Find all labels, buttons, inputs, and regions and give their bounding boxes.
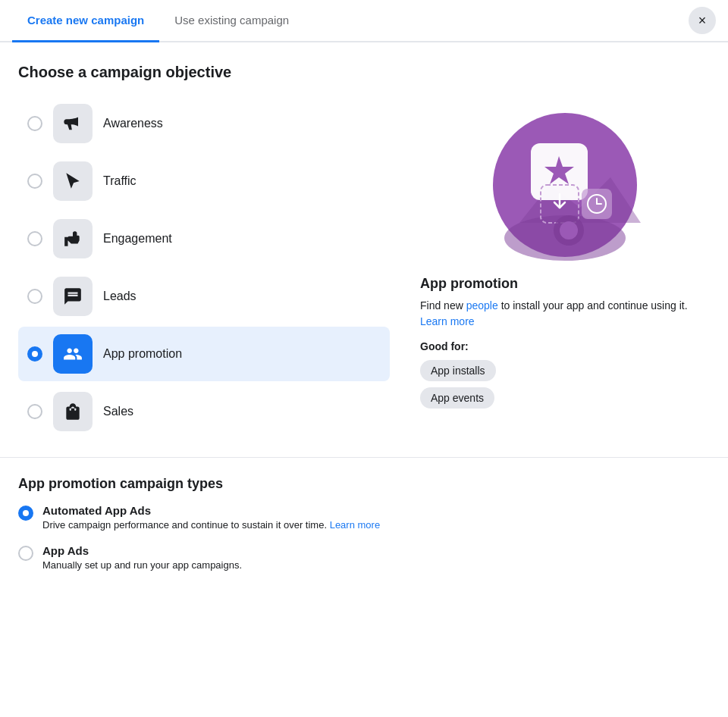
thumbsup-icon: [63, 229, 83, 249]
app-promotion-icon-box: [53, 334, 93, 374]
promo-title: App promotion: [420, 276, 710, 292]
promo-people-link[interactable]: people: [466, 299, 498, 312]
radio-traffic[interactable]: [27, 174, 42, 189]
campaign-type-app-ads[interactable]: App Ads Manually set up and run your app…: [18, 544, 710, 572]
close-button[interactable]: ×: [689, 7, 716, 34]
app-ads-desc: Manually set up and run your app campaig…: [42, 559, 242, 572]
radio-leads[interactable]: [27, 289, 42, 304]
sales-icon-box: [53, 392, 93, 431]
bottom-section: App promotion campaign types Automated A…: [0, 457, 728, 590]
tags-list: App installs App events: [420, 360, 710, 409]
objective-sales[interactable]: Sales: [18, 384, 390, 439]
automated-learn-more-link[interactable]: Learn more: [330, 519, 380, 531]
promo-desc-before: Find new: [420, 299, 466, 312]
illustration-container: [420, 109, 710, 261]
awareness-icon-box: [53, 104, 93, 143]
objective-app-promotion[interactable]: App promotion: [18, 327, 390, 381]
objective-engagement[interactable]: Engagement: [18, 211, 390, 266]
left-panel: Choose a campaign objective Awareness: [18, 64, 390, 439]
traffic-icon-box: [53, 161, 93, 201]
app-ads-name: App Ads: [42, 544, 242, 557]
section-title: Choose a campaign objective: [18, 64, 390, 81]
right-panel: App promotion Find new people to install…: [420, 64, 710, 439]
engagement-icon-box: [53, 219, 93, 258]
radio-engagement[interactable]: [27, 231, 42, 246]
automated-name: Automated App Ads: [42, 504, 380, 517]
leads-label: Leads: [103, 290, 136, 303]
awareness-label: Awareness: [103, 117, 163, 130]
learn-more-link[interactable]: Learn more: [420, 315, 475, 327]
radio-awareness[interactable]: [27, 116, 42, 131]
bottom-title: App promotion campaign types: [18, 476, 710, 492]
radio-automated[interactable]: [18, 506, 33, 521]
bag-icon: [63, 402, 83, 421]
tag-app-events: App events: [420, 387, 494, 409]
people-icon: [63, 344, 83, 364]
objective-traffic[interactable]: Traffic: [18, 154, 390, 208]
app-ads-text: App Ads Manually set up and run your app…: [42, 544, 242, 572]
automated-desc-text: Drive campaign performance and continue …: [42, 519, 327, 531]
megaphone-icon: [62, 113, 83, 134]
campaign-type-list: Automated App Ads Drive campaign perform…: [18, 504, 710, 572]
app-promotion-illustration: [489, 109, 641, 261]
automated-text: Automated App Ads Drive campaign perform…: [42, 504, 380, 532]
radio-app-ads[interactable]: [18, 546, 33, 561]
leads-icon-box: [53, 277, 93, 316]
objective-leads[interactable]: Leads: [18, 269, 390, 324]
engagement-label: Engagement: [103, 232, 172, 246]
tab-create-new[interactable]: Create new campaign: [12, 0, 159, 42]
campaign-type-automated[interactable]: Automated App Ads Drive campaign perform…: [18, 504, 710, 532]
tab-bar: Create new campaign Use existing campaig…: [0, 0, 728, 42]
objective-awareness[interactable]: Awareness: [18, 96, 390, 151]
chat-icon: [63, 286, 83, 306]
good-for-title: Good for:: [420, 340, 710, 352]
cursor-icon: [63, 171, 83, 191]
promo-description: Find new people to install your app and …: [420, 298, 710, 330]
objective-list: Awareness Traffic: [18, 96, 390, 439]
tag-app-installs: App installs: [420, 360, 496, 381]
tab-use-existing[interactable]: Use existing campaign: [159, 0, 304, 42]
automated-desc: Drive campaign performance and continue …: [42, 518, 380, 532]
promo-desc-after: to install your app and continue using i…: [498, 299, 688, 312]
main-content: Choose a campaign objective Awareness: [0, 42, 728, 457]
radio-sales[interactable]: [27, 404, 42, 419]
app-promotion-label: App promotion: [103, 347, 182, 361]
radio-app-promotion[interactable]: [27, 346, 42, 362]
svg-point-12: [560, 221, 578, 240]
traffic-label: Traffic: [103, 174, 136, 188]
sales-label: Sales: [103, 405, 133, 418]
